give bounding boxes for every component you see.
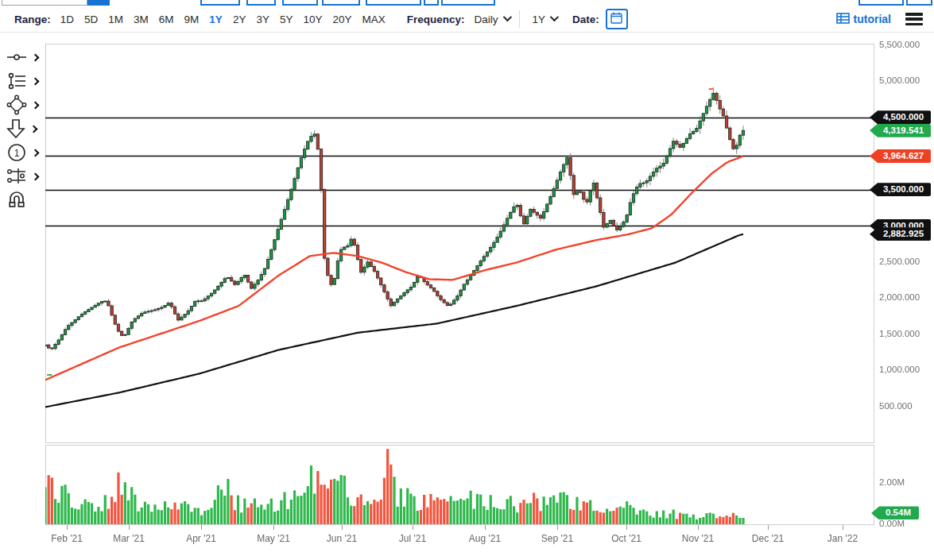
clipped-button[interactable] (200, 0, 240, 6)
trendline-icon (6, 47, 27, 68)
range-option-max[interactable]: MAX (362, 14, 385, 25)
toolbar-divider (519, 10, 520, 28)
price-chart-canvas[interactable] (45, 36, 874, 536)
range-option-20y[interactable]: 20Y (332, 14, 351, 25)
clipped-button[interactable] (282, 0, 318, 6)
range-option-2y[interactable]: 2Y (233, 14, 246, 25)
volume-axis-label: 2.00M (879, 477, 905, 487)
range-options: 1D5D1M3M6M9M1Y2Y3Y5Y10Y20YMAX (60, 14, 396, 25)
arrow-marker-icon (6, 118, 25, 139)
price-axis-label: 1,000.000 (879, 365, 920, 374)
frequency-value: Daily (475, 14, 498, 25)
clipped-button[interactable] (366, 0, 421, 6)
clipped-button[interactable] (2, 0, 87, 6)
frequency-label: Frequency: (407, 14, 465, 25)
price-axis-label: 5,000.000 (879, 75, 920, 85)
chevron-right-icon (32, 53, 40, 61)
chart-toolbar: Range: 1D5D1M3M6M9M1Y2Y3Y5Y10Y20YMAX Fre… (0, 6, 934, 33)
clipped-button[interactable] (906, 0, 932, 6)
shape-tool[interactable] (6, 95, 43, 115)
range-option-1y[interactable]: 1Y (209, 14, 223, 25)
range-option-6m[interactable]: 6M (159, 14, 174, 25)
chevron-right-icon (32, 149, 40, 156)
tutorial-label: tutorial (854, 13, 891, 25)
trendline-tool[interactable] (6, 47, 43, 68)
clipped-button[interactable] (858, 0, 904, 6)
hamburger-icon (905, 13, 923, 16)
svg-text:1: 1 (14, 148, 20, 159)
annotation-list-tool[interactable] (6, 71, 43, 91)
chevron-right-icon (32, 77, 40, 85)
clipped-button[interactable] (87, 0, 110, 6)
horizontal-line-price-tag[interactable]: 3,500.000 (870, 183, 931, 196)
price-axis-label: 5,500.000 (879, 40, 920, 49)
clipped-button[interactable] (441, 0, 495, 6)
range-option-1d[interactable]: 1D (60, 14, 74, 25)
range-option-5d[interactable]: 5D (84, 14, 98, 25)
tutorial-icon (836, 13, 850, 26)
clipped-button[interactable] (322, 0, 360, 6)
range-option-10y[interactable]: 10Y (303, 14, 322, 25)
calendar-icon (610, 12, 622, 26)
horizontal-line-price-tag[interactable]: 4,500.000 (870, 110, 931, 124)
channel-tool[interactable] (6, 166, 43, 187)
price-axis-label: 1,500.000 (879, 329, 920, 338)
range-option-1m[interactable]: 1M (108, 14, 123, 25)
frequency-dropdown[interactable]: Daily (475, 14, 511, 25)
price-axis-label: 500.000 (879, 401, 913, 411)
range-option-3y[interactable]: 3Y (256, 14, 269, 25)
channel-icon (6, 166, 27, 187)
arrow-marker-tool[interactable] (6, 118, 43, 139)
date-picker-button[interactable] (606, 9, 628, 29)
clipped-button[interactable] (246, 0, 276, 6)
horizontal-line-price-tag[interactable]: 3,964.627 (870, 149, 931, 163)
price-readout-tag: 4,319.541 (870, 124, 931, 137)
range-label: Range: (14, 14, 51, 25)
menu-button[interactable] (905, 13, 923, 25)
volume-axis-label: 0.00M (879, 519, 905, 528)
number-note-tool[interactable]: 1 (6, 142, 43, 163)
charting-app: Range: 1D5D1M3M6M9M1Y2Y3Y5Y10Y20YMAX Fre… (0, 0, 934, 560)
chevron-right-icon (32, 101, 40, 109)
range-option-5y[interactable]: 5Y (280, 14, 293, 25)
price-axis-label: 2,000.000 (879, 292, 920, 302)
clipped-browser-chrome (0, 0, 934, 6)
tutorial-button[interactable]: tutorial (836, 13, 891, 26)
period-dropdown[interactable]: 1Y (533, 14, 559, 25)
date-label: Date: (572, 14, 599, 25)
chevron-down-icon (550, 13, 559, 21)
price-axis-label: 2,500.000 (879, 257, 920, 266)
range-option-9m[interactable]: 9M (184, 14, 200, 25)
clipped-button[interactable] (424, 0, 439, 6)
number-note-icon: 1 (6, 142, 27, 163)
chevron-down-icon (502, 13, 511, 21)
chevron-right-icon (30, 125, 38, 133)
annotation-list-icon (6, 71, 27, 91)
volume-readout-tag: 0.54M (871, 506, 919, 519)
horizontal-line-price-tag[interactable]: 3,000.000 (870, 219, 931, 233)
chevron-right-icon (32, 172, 40, 180)
magnet-snap-icon (6, 190, 27, 210)
magnet-snap-tool[interactable] (6, 190, 43, 210)
range-option-3m[interactable]: 3M (134, 14, 149, 25)
shape-icon (6, 95, 27, 115)
period-value: 1Y (533, 14, 546, 25)
